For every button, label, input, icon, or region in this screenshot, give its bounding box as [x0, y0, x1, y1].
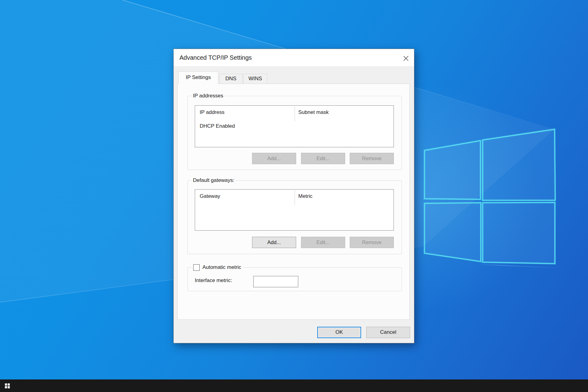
- tab-dns[interactable]: DNS: [219, 74, 243, 84]
- tab-dns-label: DNS: [225, 76, 236, 81]
- gateway-edit-button[interactable]: Edit...: [301, 237, 345, 248]
- interface-metric-label: Interface metric:: [195, 277, 232, 284]
- ok-button[interactable]: OK: [317, 327, 361, 338]
- list-header-ip-address: IP address: [200, 109, 224, 115]
- ip-remove-button[interactable]: Remove: [350, 153, 394, 164]
- dialog-titlebar[interactable]: Advanced TCP/IP Settings: [174, 49, 414, 66]
- tab-wins[interactable]: WINS: [243, 74, 267, 84]
- logo-pane-top-right: [483, 129, 555, 200]
- gateway-add-button[interactable]: Add...: [252, 237, 296, 248]
- gateway-list[interactable]: Gateway Metric: [195, 189, 394, 231]
- interface-metric-input[interactable]: [253, 276, 298, 287]
- close-icon: [403, 55, 409, 61]
- tab-ip-settings-label: IP Settings: [186, 74, 211, 80]
- group-ip-addresses-caption: IP addresses: [191, 92, 225, 99]
- ip-settings-tab-page: IP addresses IP address Subnet mask DHCP…: [177, 84, 410, 320]
- windows-start-icon: [5, 383, 10, 388]
- group-default-gateways-caption: Default gateways:: [191, 177, 236, 184]
- cancel-button[interactable]: Cancel: [366, 327, 410, 338]
- group-automatic-metric: Automatic metric Interface metric:: [187, 267, 402, 291]
- logo-pane-bottom-left: [424, 203, 481, 262]
- list-header-subnet-mask: Subnet mask: [298, 109, 329, 115]
- list-row-dhcp-enabled[interactable]: DHCP Enabled: [200, 123, 235, 129]
- column-separator: [295, 190, 295, 205]
- dialog-title: Advanced TCP/IP Settings: [179, 49, 252, 66]
- close-button[interactable]: [401, 54, 410, 62]
- logo-pane-top-left: [424, 141, 481, 199]
- taskbar: [0, 379, 588, 392]
- tab-wins-label: WINS: [248, 76, 262, 81]
- gateway-remove-button[interactable]: Remove: [350, 237, 394, 248]
- logo-pane-bottom-right: [483, 202, 555, 264]
- ip-add-button[interactable]: Add...: [252, 153, 296, 164]
- list-header-metric: Metric: [298, 193, 312, 199]
- list-header-gateway: Gateway: [200, 193, 220, 199]
- advanced-tcpip-settings-dialog: Advanced TCP/IP Settings IP Settings DNS…: [173, 49, 414, 343]
- column-separator: [295, 106, 295, 121]
- group-ip-addresses: IP addresses IP address Subnet mask DHCP…: [187, 96, 402, 170]
- automatic-metric-label: Automatic metric: [202, 264, 241, 271]
- start-button[interactable]: [0, 379, 15, 392]
- ip-edit-button[interactable]: Edit...: [301, 153, 345, 164]
- automatic-metric-checkbox[interactable]: [193, 264, 200, 271]
- automatic-metric-legend: Automatic metric: [191, 264, 243, 271]
- group-default-gateways: Default gateways: Gateway Metric Add... …: [187, 180, 402, 254]
- tab-ip-settings[interactable]: IP Settings: [178, 71, 218, 84]
- ip-address-list[interactable]: IP address Subnet mask DHCP Enabled: [195, 105, 394, 147]
